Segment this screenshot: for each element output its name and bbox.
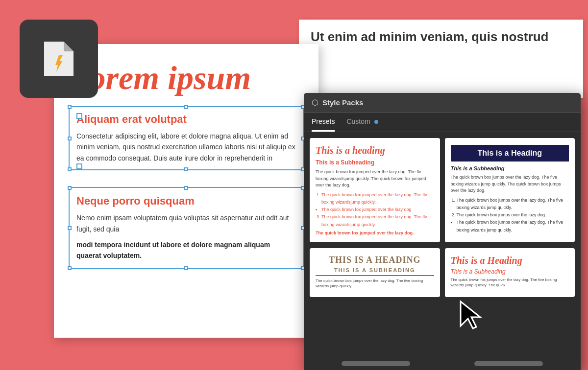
card2-list-item-3: The quick brown box jumps over the lazy …: [457, 219, 569, 234]
bottom-cards: THIS IS A HEADING THIS IS A SUBHEADING T…: [304, 248, 581, 303]
svg-marker-1: [461, 301, 480, 328]
card1-list-item-3: The quick brown fox jumped over the lazy…: [321, 213, 434, 229]
tab-custom[interactable]: Custom: [346, 117, 378, 132]
bottom-card2-subheading: This is a Subheading: [451, 268, 569, 275]
bg-doc-subtext: ...: [311, 48, 571, 59]
handle2-lm[interactable]: [68, 226, 72, 230]
section1-heading: Aliquam erat volutpat: [76, 113, 296, 126]
section2-body: Nemo enim ipsam voluptatem quia voluptas…: [76, 212, 296, 234]
bottom-card-2[interactable]: This is a Heading This is a Subheading T…: [445, 248, 575, 297]
scrollbar-area: [304, 361, 581, 366]
style-packs-panel: ⬡ Style Packs Presets Custom This is a h…: [304, 93, 581, 370]
selection-box-2[interactable]: Neque porro quisquam Nemo enim ipsam vol…: [69, 187, 304, 269]
handle2-tl[interactable]: [68, 186, 72, 190]
card2-heading: This is a Heading: [456, 149, 564, 158]
tab-presets[interactable]: Presets: [312, 117, 335, 132]
bottom-card-1[interactable]: THIS IS A HEADING THIS IS A SUBHEADING T…: [310, 248, 440, 297]
style-cards-grid: This is a heading This is a Subheading T…: [304, 132, 581, 248]
bottom-card1-body: The quick brown box jumps over the lazy …: [316, 278, 434, 289]
section2-bold: modi tempora incidunt ut labore et dolor…: [76, 239, 296, 261]
card1-list: The quick brown fox jumped over the lazy…: [316, 191, 434, 229]
handle-tm[interactable]: [184, 105, 188, 109]
style-card-2[interactable]: This is a Heading This is a Subheading T…: [445, 138, 575, 242]
panel-header: ⬡ Style Packs: [304, 93, 581, 113]
card2-body: The quick brown box jumps over the lazy …: [451, 174, 569, 194]
background-document: Ut enim ad minim veniam, quis nostrud ..…: [299, 20, 583, 98]
card2-list-item-2: The quick brown box jumps over the lazy …: [457, 211, 569, 219]
bottom-card2-heading: This is a Heading: [451, 255, 569, 266]
section2-heading: Neque porro quisquam: [76, 195, 296, 208]
document-title: Lorem ipsum: [69, 59, 304, 97]
style-packs-icon: ⬡: [312, 98, 318, 107]
panel-title: Style Packs: [322, 98, 363, 107]
selection-box-1[interactable]: Aliquam erat volutpat Consectetur adipis…: [69, 106, 304, 170]
card2-list-item-1: The quick brown box jumps over the lazy …: [457, 197, 569, 212]
card2-list: The quick brown box jumps over the lazy …: [451, 197, 569, 234]
handle-lm[interactable]: [68, 137, 72, 140]
card1-bold: The quick brown fox jumped over the lazy…: [316, 231, 434, 235]
cursor-arrow: [456, 297, 485, 333]
handle-tl[interactable]: [68, 105, 72, 109]
card1-subheading: This is a Subheading: [316, 159, 434, 166]
card1-list-item-2: The quick brown fox jumped over the lazy…: [321, 206, 434, 213]
handle2-bl[interactable]: [68, 266, 72, 270]
handle2-bm[interactable]: [184, 266, 188, 270]
scrollbar-left[interactable]: [342, 361, 410, 366]
style-card-1[interactable]: This is a heading This is a Subheading T…: [310, 138, 440, 242]
card1-heading: This is a heading: [316, 145, 434, 156]
scrollbar-right[interactable]: [474, 361, 543, 366]
handle-bl[interactable]: [68, 167, 72, 171]
custom-tab-dot: [374, 120, 378, 124]
bottom-card2-body: The quick brown fox jumps over the lazy …: [451, 277, 569, 288]
handle-bm[interactable]: [184, 167, 188, 171]
card2-heading-box: This is a Heading: [451, 145, 569, 162]
handle2-tm[interactable]: [184, 186, 188, 190]
card1-list-item-1: The quick brown fox jumped over the lazy…: [321, 191, 434, 207]
card2-subheading: This is a Subheading: [451, 165, 569, 171]
section1-body: Consectetur adipiscing elit, labore et d…: [76, 131, 296, 163]
bottom-card1-subheading: THIS IS A SUBHEADING: [316, 267, 434, 276]
app-icon: [20, 20, 98, 98]
panel-tabs: Presets Custom: [304, 113, 581, 132]
card1-body: The quick brown fox jumped over the lazy…: [316, 169, 434, 189]
bg-doc-text: Ut enim ad minim veniam, quis nostrud: [311, 29, 571, 45]
bottom-card1-heading: THIS IS A HEADING: [316, 255, 434, 265]
